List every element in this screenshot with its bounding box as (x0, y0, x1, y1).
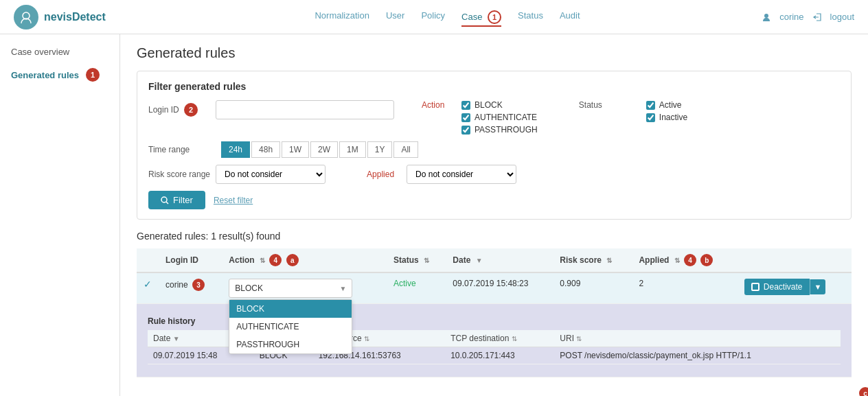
th-expand (137, 248, 159, 272)
dropdown-popup: BLOCK AUTHENTICATE PASSTHROUGH (229, 299, 352, 354)
time-btn-1m[interactable]: 1M (339, 141, 366, 158)
nav-audit[interactable]: Audit (560, 8, 580, 27)
filter-buttons: Filter Reset filter (148, 191, 840, 209)
th-action[interactable]: Action ⇅ 4 a (222, 248, 387, 272)
applied-cell: 2 (632, 272, 737, 304)
login-id-label: Login ID 2 (148, 103, 210, 117)
annotation-b: b (700, 254, 713, 266)
time-btn-48h[interactable]: 48h (251, 141, 280, 158)
th-actions-btn (738, 248, 852, 272)
status-sort-icon: ⇅ (424, 257, 429, 264)
status-active-checkbox[interactable]: Active (646, 100, 687, 110)
time-btn-2w[interactable]: 2W (310, 141, 338, 158)
applied-select[interactable]: Do not consider (407, 165, 516, 184)
sidebar: Case overview Generated rules 1 (0, 34, 120, 396)
login-id-cell: corine 3 (159, 272, 222, 304)
sidebar-item-case-overview[interactable]: Case overview (0, 41, 119, 62)
sidebar-item-generated-rules[interactable]: Generated rules 1 (0, 62, 119, 87)
risk-sort-icon: ⇅ (606, 257, 612, 264)
dropdown-option-passthrough[interactable]: PASSTHROUGH (229, 336, 352, 353)
annotation-4b: 4 (684, 254, 696, 266)
history-th-uri[interactable]: URI ⇅ (554, 330, 841, 347)
sidebar-badge-wrap: Generated rules 1 (11, 68, 108, 82)
deactivate-dropdown-arrow[interactable]: ▼ c (810, 279, 826, 294)
action-cell: BLOCK ▼ BLOCK AUTHENTICATE PASSTHROUGH (222, 272, 387, 304)
nav-policy[interactable]: Policy (421, 8, 445, 27)
deactivate-button[interactable]: Deactivate (744, 279, 810, 295)
action-passthrough-checkbox[interactable]: PASSTHROUGH (461, 125, 538, 135)
sidebar-annotation-1: 1 (86, 68, 100, 82)
action-dropdown-trigger[interactable]: BLOCK ▼ (229, 279, 352, 298)
filter-button[interactable]: Filter (148, 191, 205, 209)
deactivate-cell: Deactivate ▼ c (738, 272, 852, 304)
th-date[interactable]: Date ▼ (446, 248, 553, 272)
time-range-row: Time range 24h 48h 1W 2W 1M 1Y All (148, 141, 840, 158)
time-btn-1y[interactable]: 1Y (367, 141, 393, 158)
table-header-row: Login ID Action ⇅ 4 a Status ⇅ Date ▼ (137, 248, 852, 272)
status-label: Status (579, 100, 641, 110)
annotation-2: 2 (184, 103, 198, 117)
action-label: Action (422, 100, 456, 110)
annotation-c: c (859, 387, 868, 396)
expand-cell[interactable]: ✓ (137, 272, 159, 304)
reset-filter-button[interactable]: Reset filter (214, 196, 253, 205)
applied-label: Applied (367, 170, 401, 179)
status-checkboxes: Active Inactive (646, 100, 687, 122)
date-sort-icon: ▼ (476, 257, 483, 264)
filter-section: Filter generated rules Login ID 2 Action (137, 71, 852, 220)
history-uri: POST /nevisdemo/classic/payment_ok.jsp H… (554, 347, 841, 364)
risk-score-label: Risk score range (148, 170, 210, 179)
login-id-input[interactable] (216, 100, 394, 119)
expand-icon[interactable]: ✓ (144, 279, 152, 290)
dropdown-option-authenticate[interactable]: AUTHENTICATE (229, 318, 352, 336)
deactivate-btn-wrap: Deactivate ▼ c (744, 279, 845, 295)
nav-username: corine (779, 12, 803, 22)
status-cell: Active (387, 272, 446, 304)
table-row: ✓ corine 3 BLOCK ▼ (137, 272, 852, 304)
action-checkboxes: BLOCK AUTHENTICATE PASSTHROUGH (461, 100, 538, 135)
time-range-buttons: 24h 48h 1W 2W 1M 1Y All (221, 141, 418, 158)
results-table: Login ID Action ⇅ 4 a Status ⇅ Date ▼ (137, 248, 852, 377)
time-btn-1w[interactable]: 1W (282, 141, 309, 158)
th-risk-score[interactable]: Risk score ⇅ (553, 248, 632, 272)
action-sort-icon: ⇅ (260, 257, 265, 264)
layout: Case overview Generated rules 1 Generate… (0, 34, 868, 396)
main-content: Generated rules Filter generated rules L… (120, 34, 868, 396)
annotation-4: 4 (269, 254, 282, 266)
app-logo-text: nevisDetect (44, 11, 106, 23)
logo-area: nevisDetect (14, 5, 106, 30)
nav-status[interactable]: Status (518, 8, 543, 27)
action-dropdown-wrap: BLOCK ▼ BLOCK AUTHENTICATE PASSTHROUGH (229, 279, 352, 298)
nav-case[interactable]: Case 1 (461, 8, 501, 27)
status-inactive-checkbox[interactable]: Inactive (646, 113, 687, 122)
annotation-a: a (286, 254, 299, 266)
action-authenticate-checkbox[interactable]: AUTHENTICATE (461, 113, 538, 122)
th-login-id: Login ID (159, 248, 222, 272)
nav-links: Normalization User Policy Case 1 Status … (133, 8, 762, 27)
nav-logout[interactable]: logout (830, 12, 854, 22)
chevron-down-icon: ▼ (814, 283, 822, 291)
nav-user[interactable]: User (386, 8, 404, 27)
time-range-label: Time range (148, 145, 210, 154)
time-btn-all[interactable]: All (393, 141, 418, 158)
action-block-checkbox[interactable]: BLOCK (461, 100, 538, 110)
logo-icon (14, 5, 38, 30)
history-tcp-destination: 10.0.205.171:443 (445, 347, 554, 364)
time-btn-24h[interactable]: 24h (221, 141, 250, 158)
history-th-tcp-destination[interactable]: TCP destination ⇅ (445, 330, 554, 347)
status-value: Active (393, 279, 416, 288)
results-header: Generated rules: 1 result(s) found (137, 231, 852, 242)
nav-normalization[interactable]: Normalization (315, 8, 369, 27)
date-cell: 09.07.2019 15:48:23 (446, 272, 553, 304)
search-icon (161, 196, 169, 205)
annotation-3: 3 (192, 279, 205, 291)
filter-title: Filter generated rules (148, 81, 840, 92)
nav-case-annotation: 1 (488, 10, 501, 24)
svg-point-2 (161, 197, 167, 202)
risk-score-select[interactable]: Do not consider (216, 165, 326, 184)
th-applied[interactable]: Applied ⇅ 4 b (632, 248, 737, 272)
th-status[interactable]: Status ⇅ (387, 248, 446, 272)
dropdown-option-block[interactable]: BLOCK (229, 300, 352, 318)
nav-right: corine logout (762, 12, 854, 22)
top-nav: nevisDetect Normalization User Policy Ca… (0, 0, 868, 34)
